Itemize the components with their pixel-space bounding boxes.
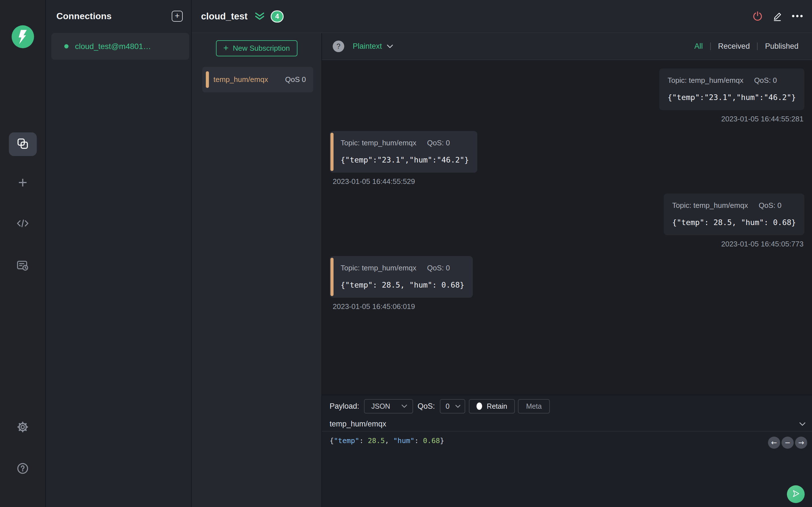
- subscription-topic: temp_hum/emqx: [213, 75, 268, 84]
- send-button[interactable]: [787, 485, 805, 503]
- clear-message-button[interactable]: −: [781, 437, 794, 449]
- retain-label: Retain: [487, 402, 507, 410]
- header-actions: [752, 11, 803, 22]
- message-meta: Topic: temp_hum/emqx QoS: 0: [668, 76, 796, 85]
- disconnect-button[interactable]: [752, 11, 763, 22]
- chevron-down-icon: [455, 404, 461, 408]
- connection-item[interactable]: cloud_test@m4801…: [51, 33, 189, 60]
- plus-icon: +: [18, 175, 28, 190]
- chevron-down-icon: [387, 44, 393, 48]
- message-qos: QoS: 0: [754, 76, 777, 85]
- message-card[interactable]: Topic: temp_hum/emqx QoS: 0 {"temp": 28.…: [329, 256, 473, 298]
- format-selected: Plaintext: [353, 42, 382, 51]
- edit-connection-button[interactable]: [772, 11, 783, 22]
- nav-new-connection[interactable]: +: [9, 171, 37, 194]
- message-meta: Topic: temp_hum/emqx QoS: 0: [341, 138, 469, 147]
- message-qos: QoS: 0: [427, 264, 450, 272]
- retain-dot-icon: [476, 402, 482, 410]
- nav-script[interactable]: [9, 212, 37, 236]
- new-subscription-button[interactable]: + New Subscription: [216, 40, 297, 56]
- prev-message-button[interactable]: ←: [768, 437, 780, 449]
- payload-format-value: JSON: [371, 402, 390, 410]
- message-qos: QoS: 0: [759, 201, 781, 210]
- message-payload: {"temp": 28.5, "hum": 0.68}: [341, 281, 464, 289]
- message-meta: Topic: temp_hum/emqx QoS: 0: [341, 264, 464, 272]
- message-topic: Topic: temp_hum/emqx: [341, 138, 416, 147]
- message-timestamp: 2023-01-05 16:44:55:529: [333, 177, 415, 186]
- payload-format-select[interactable]: Plaintext: [353, 42, 393, 51]
- collapse-chevron-icon[interactable]: [799, 422, 806, 426]
- nav-settings[interactable]: [9, 416, 37, 439]
- messages-toolbar: ? Plaintext All Received Published: [322, 33, 812, 60]
- chevron-down-icon: [401, 404, 407, 408]
- plus-icon: +: [223, 43, 229, 52]
- message-qos: QoS: 0: [427, 138, 450, 147]
- more-options-button[interactable]: [792, 14, 803, 18]
- message-list: Topic: temp_hum/emqx QoS: 0 {"temp":"23.…: [322, 60, 812, 395]
- message-payload: {"temp":"23.1","hum":"46.2"}: [341, 156, 469, 164]
- mqttx-logo: [11, 25, 35, 49]
- connection-title: cloud_test: [201, 11, 248, 22]
- retain-toggle[interactable]: Retain: [469, 399, 515, 413]
- minus-icon: −: [784, 439, 791, 447]
- nav-log[interactable]: [9, 255, 37, 278]
- message-card[interactable]: Topic: temp_hum/emqx QoS: 0 {"temp":"23.…: [659, 68, 804, 110]
- gear-icon: [17, 421, 29, 434]
- content: + New Subscription temp_hum/emqx QoS 0 ?…: [192, 33, 812, 507]
- messages-panel: ? Plaintext All Received Published: [322, 33, 812, 507]
- payload-editor[interactable]: {"temp": 28.5, "hum": 0.68} ← − →: [322, 432, 812, 507]
- format-group: ? Plaintext: [333, 41, 393, 52]
- code-icon: [16, 217, 29, 230]
- message-card[interactable]: Topic: temp_hum/emqx QoS: 0 {"temp":"23.…: [329, 131, 477, 173]
- arrow-right-icon: →: [798, 439, 804, 447]
- message-meta: Topic: temp_hum/emqx QoS: 0: [672, 201, 796, 210]
- payload-editor-content: {"temp": 28.5, "hum": 0.68}: [329, 437, 444, 445]
- connections-panel: Connections + cloud_test@m4801…: [46, 0, 192, 507]
- format-help-icon[interactable]: ?: [333, 41, 344, 52]
- left-rail: +: [0, 0, 46, 507]
- subscription-item[interactable]: temp_hum/emqx QoS 0: [202, 67, 313, 93]
- arrow-left-icon: ←: [771, 439, 777, 447]
- connection-title-group: cloud_test 4: [201, 10, 284, 22]
- subscription-qos: QoS 0: [285, 75, 306, 84]
- topic-input[interactable]: temp_hum/emqx: [329, 420, 386, 429]
- filter-published[interactable]: Published: [758, 42, 806, 51]
- meta-button[interactable]: Meta: [518, 399, 550, 413]
- message-topic: Topic: temp_hum/emqx: [341, 264, 416, 272]
- connections-title: Connections: [56, 11, 112, 21]
- connection-header: cloud_test 4: [192, 0, 812, 33]
- paper-plane-icon: [792, 489, 801, 499]
- nav-connections[interactable]: [9, 132, 37, 156]
- connection-name: cloud_test@m4801…: [75, 42, 151, 51]
- message-payload: {"temp":"23.1","hum":"46.2"}: [668, 93, 796, 102]
- message-topic: Topic: temp_hum/emqx: [668, 76, 744, 85]
- subscription-color-bar: [206, 71, 209, 88]
- filter-received[interactable]: Received: [711, 42, 757, 51]
- publish-options-bar: Payload: JSON QoS: 0 Retain: [322, 395, 812, 417]
- log-icon: [16, 260, 29, 273]
- message-count-badge: 4: [271, 10, 284, 22]
- message-timestamp: 2023-01-05 16:45:06:019: [333, 302, 415, 311]
- message-card[interactable]: Topic: temp_hum/emqx QoS: 0 {"temp": 28.…: [664, 193, 804, 235]
- message-filters: All Received Published: [687, 42, 806, 51]
- qos-label: QoS:: [417, 402, 435, 411]
- message-payload: {"temp": 28.5, "hum": 0.68}: [672, 218, 796, 227]
- nav-help[interactable]: [9, 457, 37, 481]
- message-block: Topic: temp_hum/emqx QoS: 0 {"temp": 28.…: [329, 193, 804, 248]
- payload-label: Payload:: [329, 402, 359, 411]
- subscriptions-panel: + New Subscription temp_hum/emqx QoS 0: [192, 33, 322, 507]
- qos-dropdown[interactable]: 0: [440, 399, 465, 413]
- message-timestamp: 2023-01-05 16:45:05:773: [721, 240, 804, 248]
- add-connection-button[interactable]: +: [172, 11, 183, 22]
- publish-panel: Payload: JSON QoS: 0 Retain: [322, 395, 812, 507]
- filter-all[interactable]: All: [687, 42, 710, 51]
- message-block: Topic: temp_hum/emqx QoS: 0 {"temp":"23.…: [329, 131, 804, 186]
- message-topic: Topic: temp_hum/emqx: [672, 201, 748, 210]
- history-nav: ← − →: [768, 437, 807, 449]
- new-subscription-label: New Subscription: [233, 44, 290, 53]
- double-chevron-down-icon[interactable]: [254, 12, 265, 20]
- next-message-button[interactable]: →: [795, 437, 807, 449]
- power-icon: [752, 11, 763, 22]
- payload-format-dropdown[interactable]: JSON: [364, 399, 413, 413]
- connected-status-dot: [64, 44, 68, 48]
